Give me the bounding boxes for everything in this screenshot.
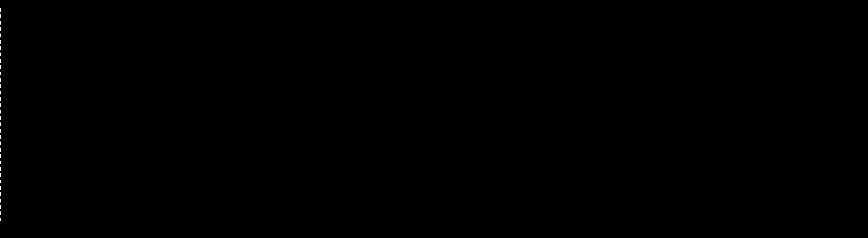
ceilometer-quicklook <box>0 0 868 238</box>
sunset-line <box>0 8 1 221</box>
colorbar <box>834 8 845 219</box>
y-axis-label <box>1 33 11 206</box>
ceilometer-heatmap-canvas <box>23 8 787 219</box>
colorbar-label <box>856 26 867 199</box>
